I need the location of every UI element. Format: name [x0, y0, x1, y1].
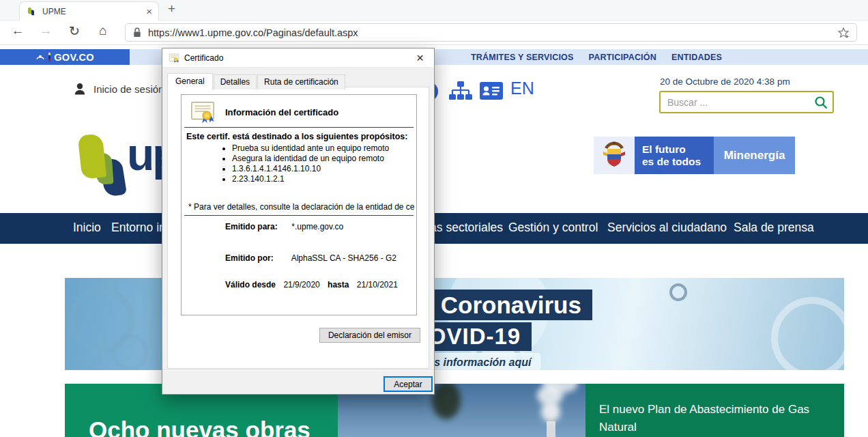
news-headline: Ocho nuevas obras — [89, 417, 310, 437]
govco-label: GOV.CO — [54, 52, 93, 63]
nav-gestion-y-control[interactable]: Gestión y control — [508, 221, 598, 235]
nav-inicio[interactable]: Inicio — [73, 221, 101, 235]
slogan-box: El futuro es de todos — [635, 137, 714, 174]
govco-emblem-icon — [35, 53, 45, 61]
nav-sala-de-prensa[interactable]: Sala de prensa — [734, 221, 814, 235]
issued-to-label: Emitido para: — [225, 222, 289, 231]
issuer-statement-button[interactable]: Declaración del emisor — [319, 328, 420, 343]
details-note: * Para ver detalles, consulte la declara… — [188, 202, 415, 212]
dialog-close-icon[interactable]: × — [412, 51, 428, 64]
divider — [184, 127, 414, 128]
tab-general[interactable]: General — [167, 73, 213, 90]
issued-by-value: AlphaSSL CA - SHA256 - G2 — [291, 253, 396, 263]
valid-from-label: Válido desde — [225, 280, 276, 290]
new-tab-button[interactable]: + — [168, 1, 175, 16]
ministry-badge[interactable]: El futuro es de todos Minenergía — [594, 137, 795, 174]
news-text-line1: El nuevo Plan de Abastecimiento de Gas N… — [599, 401, 844, 436]
login-link[interactable]: Inicio de sesión — [74, 83, 164, 95]
tab-detalles[interactable]: Detalles — [214, 74, 257, 89]
search-icon[interactable] — [814, 96, 828, 109]
search-input[interactable] — [659, 91, 834, 113]
photo-dark-foreground — [432, 384, 461, 419]
dialog-title: Certificado — [184, 53, 412, 63]
refresh-icon[interactable]: ↻ — [66, 23, 83, 39]
dialog-titlebar[interactable]: Certificado × — [162, 48, 434, 67]
forward-icon[interactable]: → — [37, 23, 55, 38]
ministry-label[interactable]: Minenergía — [714, 137, 795, 174]
lock-icon — [132, 27, 142, 38]
divider — [184, 215, 414, 216]
browser-toolbar: ← → ↻ ⌂ https://www1.upme.gov.co/Paginas… — [0, 20, 868, 45]
sitemap-icon[interactable] — [449, 81, 472, 102]
issued-to-value: *.upme.gov.co — [291, 222, 343, 231]
tab-strip: UPME × + — [0, 0, 868, 20]
govco-link-participacion[interactable]: PARTICIPACIÓN — [589, 53, 656, 62]
datetime-label: 20 de Octubre de 2020 4:38 pm — [660, 76, 790, 87]
favorites-star-icon[interactable] — [837, 27, 850, 39]
valid-to-label: hasta — [328, 280, 349, 290]
issued-by-label: Emitido por: — [225, 253, 289, 263]
dialog-tabs: General Detalles Ruta de certificación — [167, 72, 346, 89]
purpose-item: 1.3.6.1.4.1.4146.1.10.10 — [232, 164, 389, 174]
purpose-item: Prueba su identidad ante un equipo remot… — [232, 143, 389, 154]
address-bar[interactable]: https://www1.upme.gov.co/Paginas/default… — [125, 23, 857, 42]
govco-link-tramites[interactable]: TRÁMITES Y SERVICIOS — [471, 53, 574, 62]
tab-ruta-certificacion[interactable]: Ruta de certificación — [257, 74, 345, 89]
certificate-large-icon — [190, 99, 216, 125]
tab-title: UPME — [42, 7, 146, 16]
user-icon — [74, 83, 86, 95]
purpose-heading: Este certif. está destinado a los siguie… — [186, 132, 407, 141]
valid-from-value: 21/9/2020 — [283, 280, 319, 290]
virus-shape — [111, 334, 148, 370]
slogan-line1: El futuro — [642, 143, 714, 156]
browser-tab[interactable]: UPME × — [19, 1, 159, 20]
search-box — [659, 91, 834, 113]
contact-card-icon[interactable] — [480, 82, 503, 100]
slogan-line2: es de todos — [642, 156, 714, 168]
news-card-right[interactable]: El nuevo Plan de Abastecimiento de Gas N… — [585, 384, 844, 437]
info-title: Información del certificado — [225, 107, 338, 117]
certificate-icon — [169, 53, 179, 64]
back-icon[interactable]: ← — [9, 23, 27, 38]
purpose-item: 2.23.140.1.2.1 — [232, 174, 389, 184]
govco-brand[interactable]: GOV.CO — [0, 49, 130, 65]
language-toggle[interactable]: EN — [510, 79, 534, 98]
certificate-info-box: Información del certificado Este certif.… — [181, 94, 417, 315]
virus-shape — [669, 283, 687, 301]
nav-servicios-al-ciudadano[interactable]: Servicios al ciudadano — [607, 221, 727, 235]
upme-logo-leaf-yellow — [78, 133, 106, 179]
purpose-item: Asegura la identidad de un equipo remoto — [232, 154, 389, 164]
ok-button[interactable]: Aceptar — [384, 376, 433, 392]
upme-favicon — [26, 6, 37, 17]
tab-close-icon[interactable]: × — [146, 5, 152, 17]
virus-shape — [771, 297, 844, 370]
tricolor-bar — [48, 53, 50, 61]
colombia-coat-of-arms-icon — [594, 137, 635, 174]
url-text: https://www1.upme.gov.co/Paginas/default… — [148, 27, 837, 38]
browser-window: UPME × + ← → ↻ ⌂ https://www1.upme.gov.c… — [0, 0, 868, 437]
govco-links: TRÁMITES Y SERVICIOS PARTICIPACIÓN ENTID… — [471, 49, 722, 65]
valid-to-value: 21/10/2021 — [357, 280, 398, 290]
certificate-dialog: Certificado × General Detalles Ruta de c… — [162, 48, 435, 395]
dialog-footer-divider — [162, 369, 434, 371]
govco-link-entidades[interactable]: ENTIDADES — [671, 53, 722, 62]
login-label: Inicio de sesión — [93, 83, 164, 95]
home-icon[interactable]: ⌂ — [94, 23, 112, 38]
purpose-list: Prueba su identidad ante un equipo remot… — [232, 143, 389, 184]
dialog-tab-page: Información del certificado Este certif.… — [167, 87, 429, 369]
